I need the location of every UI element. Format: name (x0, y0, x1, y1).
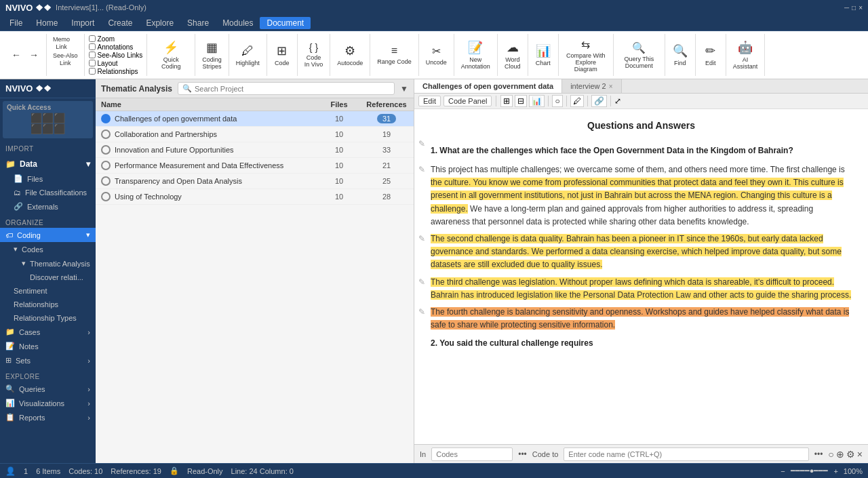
zoom-check[interactable]: Zoom (89, 35, 143, 43)
col-name[interactable]: Name (96, 100, 319, 108)
menu-modules[interactable]: Modules (216, 17, 260, 29)
tab-close-icon[interactable]: × (609, 83, 613, 90)
toolbar-code-panel-btn[interactable]: Code Panel (443, 96, 492, 106)
zoom-in-btn[interactable]: + (833, 467, 837, 475)
table-row[interactable]: Challenges of open government data 10 31 (96, 111, 414, 127)
edit-pencil-2[interactable]: ✎ (418, 165, 425, 174)
range-code-btn[interactable]: ≡ Range Code (374, 39, 414, 71)
quick-coding-btn[interactable]: ⚡ Quick Coding (151, 39, 191, 71)
code-action-1[interactable]: ○ (828, 449, 833, 460)
code-in-vivo-btn[interactable]: { } CodeIn Vivo (302, 39, 326, 71)
sidebar-item-queries[interactable]: 🔍 Queries › (0, 382, 96, 396)
menu-document[interactable]: Document (260, 17, 311, 29)
code-to-settings-btn[interactable]: ••• (814, 450, 823, 459)
sidebar-item-reports[interactable]: 📋 Reports › (0, 410, 96, 424)
menu-explore[interactable]: Explore (139, 17, 180, 29)
layout-check[interactable]: Layout (89, 60, 143, 67)
circle-icon[interactable]: ○ (552, 95, 562, 107)
project-search-box[interactable]: 🔍 (178, 82, 395, 95)
ribbon-memo-btn[interactable]: MemoLink (51, 35, 72, 50)
sidebar-item-coding[interactable]: 🏷 Coding ▾ (0, 228, 96, 242)
edit-pencil-4[interactable]: ✎ (418, 277, 425, 287)
sidebar-item-data[interactable]: 📁 Data ▾ (0, 157, 96, 172)
code-action-2[interactable]: ⊕ (836, 449, 844, 460)
sidebar-item-file-classifications[interactable]: 🗂 File Classifications (0, 186, 96, 199)
sidebar-item-sets[interactable]: ⊞ Sets › (0, 353, 96, 367)
grid-icon[interactable]: ⊞ (500, 95, 513, 107)
menu-import[interactable]: Import (64, 17, 101, 29)
sidebar-item-thematic-analysis[interactable]: ▾ Thematic Analysis (0, 256, 96, 271)
menu-share[interactable]: Share (180, 17, 216, 29)
highlight-btn[interactable]: 🖊 Highlight (233, 39, 262, 71)
col-files[interactable]: Files (319, 100, 359, 108)
uncode-btn[interactable]: ✂ Uncode (423, 39, 450, 71)
table-row[interactable]: Transparency and Open Data Analysis 10 2… (96, 174, 414, 189)
see-also-links-check[interactable]: See-Also Links (89, 52, 143, 59)
sidebar-item-relationship-types[interactable]: Relationship Types (0, 311, 96, 325)
search-input[interactable] (195, 85, 390, 93)
doc-tab-challenges[interactable]: Challenges of open government data (414, 79, 562, 93)
row-refs: 19 (382, 130, 391, 138)
autocode-btn[interactable]: ⚙ Autocode (334, 39, 366, 71)
sidebar-item-notes[interactable]: 📝 Notes (0, 339, 96, 353)
chart-icon[interactable]: 📊 (529, 95, 545, 107)
code-to-input[interactable] (564, 447, 808, 461)
col-references[interactable]: References (359, 100, 414, 108)
menu-file[interactable]: File (3, 17, 29, 29)
new-annotation-btn[interactable]: 📝 NewAnnotation (458, 39, 493, 71)
sidebar-item-externals[interactable]: 🔗 Externals (0, 199, 96, 214)
edit-pencil-1[interactable]: ✎ (418, 139, 425, 148)
edit-pencil-3[interactable]: ✎ (418, 234, 425, 243)
separator2 (548, 96, 549, 106)
table-row[interactable]: Using of Technology 10 28 (96, 189, 414, 205)
menu-home[interactable]: Home (29, 17, 64, 29)
menu-bar: File Home Import Create Explore Share Mo… (0, 15, 868, 31)
ribbon: ← → MemoLink See-AlsoLink Zoom (0, 31, 868, 79)
in-input[interactable] (431, 447, 513, 461)
code-btn[interactable]: ⊞ Code (271, 39, 293, 71)
ai-assistant-btn[interactable]: 🤖 AIAssistant (730, 39, 761, 71)
coding-expand-icon: ▾ (86, 231, 90, 239)
word-cloud-btn[interactable]: ☁ WordCloud (502, 39, 524, 71)
ribbon-see-also-btn[interactable]: See-AlsoLink (51, 52, 80, 66)
link-icon[interactable]: 🔗 (591, 95, 607, 107)
table-row[interactable]: Performance Measurement and Data Effecti… (96, 158, 414, 174)
chart-btn[interactable]: 📊 Chart (532, 39, 554, 71)
coding-stripes-btn[interactable]: ▦ CodingStripes (199, 39, 224, 71)
doc-tab-interview2[interactable]: interview 2 × (562, 79, 621, 93)
ribbon-back-btn[interactable]: ← (8, 39, 24, 71)
sidebar-item-cases[interactable]: 📁 Cases › (0, 325, 96, 339)
query-this-document-btn[interactable]: 🔍 Query This Document (618, 39, 660, 71)
table-row[interactable]: Collaboration and Partnerships 10 19 (96, 127, 414, 142)
sidebar-item-relationships[interactable]: Relationships (0, 298, 96, 311)
sidebar-item-files[interactable]: 📄 Files (0, 172, 96, 186)
edit-btn[interactable]: ✏ Edit (700, 39, 722, 71)
sidebar-item-discover-relati[interactable]: Discover relati... (0, 271, 96, 284)
filter-icon[interactable]: ▼ (400, 84, 408, 94)
compare-btn[interactable]: ⇆ Compare With Explore Diagram (563, 39, 609, 71)
window-controls[interactable]: ─ □ × (844, 4, 863, 12)
in-settings-btn[interactable]: ••• (518, 450, 527, 459)
zoom-slider[interactable]: ━━━━●━━━ (791, 466, 829, 475)
find-btn[interactable]: 🔍 Find (669, 39, 691, 71)
close-coding-btn[interactable]: × (857, 449, 863, 460)
edit-pencil-5[interactable]: ✎ (418, 307, 425, 317)
highlight-tool-icon[interactable]: 🖊 (570, 95, 584, 107)
expand-icon[interactable]: ⤢ (614, 96, 621, 106)
sidebar-item-codes[interactable]: ▾ Codes (0, 242, 96, 256)
toolbar-edit-btn[interactable]: Edit (418, 96, 441, 106)
code-action-3[interactable]: ⚙ (846, 449, 855, 460)
zoom-out-btn[interactable]: − (781, 467, 785, 475)
app-logo: NVIVO ❖❖ (5, 3, 52, 13)
annotations-check[interactable]: Annotations (89, 43, 143, 51)
menu-create[interactable]: Create (101, 17, 139, 29)
ribbon-highlight-group: 🖊 Highlight (229, 34, 267, 76)
relationships-check[interactable]: Relationships (89, 68, 143, 75)
ribbon-forward-btn[interactable]: → (26, 39, 42, 71)
paragraph-1: This project has multiple challenges; we… (431, 163, 852, 228)
paragraph-3: The third challenge was legislation. Wit… (431, 276, 852, 302)
layout-icon[interactable]: ⊟ (515, 95, 527, 107)
sidebar-item-sentiment[interactable]: Sentiment (0, 284, 96, 298)
table-row[interactable]: Innovation and Future Opportunities 10 3… (96, 142, 414, 158)
sidebar-item-visualizations[interactable]: 📊 Visualizations › (0, 396, 96, 410)
